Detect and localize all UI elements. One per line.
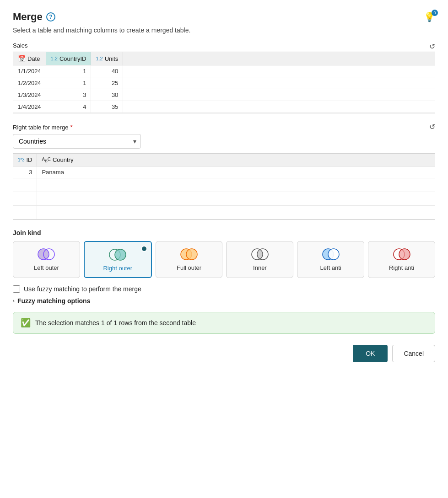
svg-point-3 [115, 249, 126, 260]
sales-date-4: 1/4/2024 [13, 101, 46, 113]
sales-col-units-label: Units [105, 55, 119, 62]
sales-units-2: 25 [91, 77, 123, 89]
sales-refresh-icon[interactable]: ↺ [429, 42, 435, 51]
full-outer-label: Full outer [177, 264, 201, 271]
right-table-refresh-icon[interactable]: ↺ [429, 123, 435, 131]
countries-id-1: 3 [13, 166, 37, 178]
sales-col-countryid[interactable]: 1.2 CountryID [46, 52, 91, 65]
left-anti-venn-icon [321, 248, 341, 261]
sales-section: Sales ↺ [13, 42, 435, 52]
table-row-empty [13, 206, 435, 220]
sales-units-1: 40 [91, 65, 123, 77]
sales-countryid-4: 4 [46, 101, 91, 113]
fuzzy-options-toggle[interactable]: › Fuzzy matching options [13, 297, 435, 305]
footer-buttons: OK Cancel [13, 345, 435, 362]
sales-col-units[interactable]: 1.2 Units [91, 52, 123, 65]
right-table-section: Right table for merge * ↺ Countries ▾ 1²… [13, 123, 435, 220]
right-table-label: Right table for merge * [13, 123, 73, 131]
countries-table-container: 1²3 ID ABC Country 3 Pa [13, 153, 435, 220]
fuzzy-section: Use fuzzy matching to perform the merge … [13, 285, 435, 305]
table-row: 1/4/2024 4 35 [13, 101, 435, 113]
sales-empty-1 [123, 65, 435, 77]
fuzzy-options-label: Fuzzy matching options [17, 297, 90, 305]
sales-col-date-label: Date [27, 55, 40, 62]
ok-button[interactable]: OK [353, 345, 388, 362]
empty-cell [13, 192, 37, 206]
sales-date-2: 1/2/2024 [13, 77, 46, 89]
empty-cell [37, 206, 78, 220]
sales-countryid-2: 1 [46, 77, 91, 89]
join-card-right-outer[interactable]: Right outer [84, 241, 152, 278]
countries-empty-1 [78, 166, 435, 178]
empty-cell [37, 192, 78, 206]
table-row: 3 Panama [13, 166, 435, 178]
sales-countryid-3: 3 [46, 89, 91, 101]
selected-dot [141, 246, 147, 252]
table-row-empty [13, 192, 435, 206]
left-outer-label: Left outer [34, 264, 59, 271]
chevron-right-icon: › [13, 298, 15, 304]
sales-col-countryid-label: CountryID [59, 55, 86, 62]
countries-col-id[interactable]: 1²3 ID [13, 154, 37, 166]
sales-date-3: 1/3/2024 [13, 89, 46, 101]
svg-point-5 [186, 249, 197, 260]
join-kind-label: Join kind [13, 229, 435, 236]
sales-date-1: 1/1/2024 [13, 65, 46, 77]
join-card-right-anti[interactable]: Right anti [368, 241, 435, 278]
svg-point-11 [399, 249, 410, 260]
fuzzy-checkbox[interactable] [13, 285, 20, 293]
left-anti-label: Left anti [320, 264, 341, 271]
countries-col-country-label: Country [53, 156, 74, 163]
fuzzy-checkbox-row: Use fuzzy matching to perform the merge [13, 285, 435, 293]
success-check-icon: ✅ [21, 318, 31, 328]
table-row: 1/2/2024 1 25 [13, 77, 435, 89]
bulb-badge: 0 [432, 10, 438, 16]
right-outer-venn-icon [108, 248, 128, 261]
title-area: Merge ? [13, 11, 55, 23]
empty-cell [37, 178, 78, 192]
right-anti-label: Right anti [389, 264, 414, 271]
join-card-full-outer[interactable]: Full outer [156, 241, 223, 278]
countries-col-country[interactable]: ABC Country [37, 154, 78, 166]
sales-col-date[interactable]: 📅 Date [13, 52, 46, 65]
page-subtitle: Select a table and matching columns to c… [13, 27, 435, 34]
join-card-left-anti[interactable]: Left anti [297, 241, 364, 278]
success-banner: ✅ The selection matches 1 of 1 rows from… [13, 312, 435, 334]
countries-country-1: Panama [37, 166, 78, 178]
success-message: The selection matches 1 of 1 rows from t… [35, 319, 196, 327]
page-title: Merge [13, 11, 43, 23]
sales-table: 📅 Date 1.2 CountryID 1.2 Units [13, 52, 435, 113]
table-row: 1/1/2024 1 40 [13, 65, 435, 77]
inner-label: Inner [253, 264, 267, 271]
countries-col-id-label: ID [26, 156, 32, 163]
empty-cell [13, 206, 37, 220]
right-table-dropdown[interactable]: Countries [13, 134, 141, 149]
sales-col-empty [123, 52, 435, 65]
empty-cell [78, 206, 435, 220]
sales-countryid-1: 1 [46, 65, 91, 77]
bulb-icon-wrapper[interactable]: 💡 0 [424, 11, 435, 22]
sales-table-container: 📅 Date 1.2 CountryID 1.2 Units [13, 52, 435, 113]
countries-col-empty [78, 154, 435, 166]
full-outer-venn-icon [179, 248, 199, 261]
table-row-empty [13, 178, 435, 192]
empty-cell [13, 178, 37, 192]
right-anti-venn-icon [392, 248, 412, 261]
join-card-left-outer[interactable]: Left outer [13, 241, 80, 278]
sales-units-3: 30 [91, 89, 123, 101]
join-kind-section: Join kind Left outer Right outer [13, 229, 435, 278]
table-row: 1/3/2024 3 30 [13, 89, 435, 101]
empty-cell [78, 192, 435, 206]
sales-empty-3 [123, 89, 435, 101]
sales-empty-4 [123, 101, 435, 113]
join-cards-container: Left outer Right outer Full outer [13, 241, 435, 278]
join-card-inner[interactable]: Inner [226, 241, 293, 278]
page-header: Merge ? 💡 0 [13, 11, 435, 23]
empty-cell [78, 178, 435, 192]
right-outer-label: Right outer [103, 265, 132, 272]
sales-empty-2 [123, 77, 435, 89]
cancel-button[interactable]: Cancel [392, 345, 435, 362]
help-icon[interactable]: ? [46, 12, 55, 21]
countries-table: 1²3 ID ABC Country 3 Pa [13, 154, 435, 220]
fuzzy-checkbox-label[interactable]: Use fuzzy matching to perform the merge [24, 285, 141, 293]
